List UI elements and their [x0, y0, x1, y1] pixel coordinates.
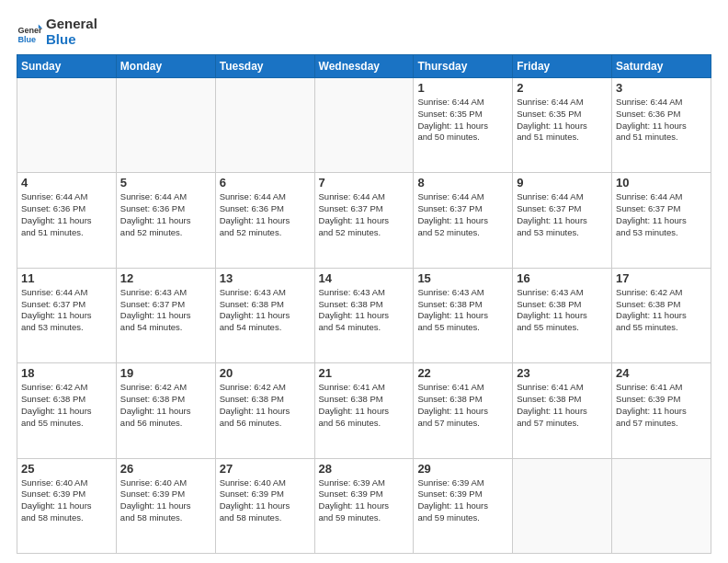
calendar-cell: 29Sunrise: 6:39 AM Sunset: 6:39 PM Dayli… [414, 458, 513, 553]
calendar-cell: 18Sunrise: 6:42 AM Sunset: 6:38 PM Dayli… [17, 363, 117, 458]
day-info: Sunrise: 6:39 AM Sunset: 6:39 PM Dayligh… [417, 477, 508, 524]
day-number: 7 [319, 176, 410, 190]
day-info: Sunrise: 6:43 AM Sunset: 6:38 PM Dayligh… [220, 287, 311, 334]
logo-icon: General Blue [17, 19, 42, 45]
calendar-cell: 28Sunrise: 6:39 AM Sunset: 6:39 PM Dayli… [314, 458, 414, 553]
day-number: 25 [21, 462, 112, 476]
day-number: 18 [21, 366, 112, 380]
calendar-cell: 10Sunrise: 6:44 AM Sunset: 6:37 PM Dayli… [612, 173, 711, 268]
calendar-cell: 25Sunrise: 6:40 AM Sunset: 6:39 PM Dayli… [17, 458, 117, 553]
calendar-cell: 13Sunrise: 6:43 AM Sunset: 6:38 PM Dayli… [215, 268, 314, 362]
weekday-header-monday: Monday [116, 55, 215, 78]
day-info: Sunrise: 6:44 AM Sunset: 6:36 PM Dayligh… [220, 191, 311, 238]
weekday-header-row: SundayMondayTuesdayWednesdayThursdayFrid… [17, 55, 711, 78]
day-info: Sunrise: 6:43 AM Sunset: 6:38 PM Dayligh… [417, 287, 508, 334]
calendar-cell: 21Sunrise: 6:41 AM Sunset: 6:38 PM Dayli… [314, 363, 414, 458]
day-info: Sunrise: 6:42 AM Sunset: 6:38 PM Dayligh… [616, 287, 707, 334]
day-number: 24 [616, 366, 707, 380]
calendar-cell: 2Sunrise: 6:44 AM Sunset: 6:35 PM Daylig… [513, 78, 612, 173]
calendar-cell: 11Sunrise: 6:44 AM Sunset: 6:37 PM Dayli… [17, 268, 117, 362]
weekday-header-thursday: Thursday [414, 55, 513, 78]
logo-blue-text: Blue [46, 32, 97, 48]
day-info: Sunrise: 6:43 AM Sunset: 6:38 PM Dayligh… [319, 287, 410, 334]
day-number: 17 [616, 271, 707, 285]
day-info: Sunrise: 6:44 AM Sunset: 6:37 PM Dayligh… [319, 191, 410, 238]
day-info: Sunrise: 6:40 AM Sunset: 6:39 PM Dayligh… [21, 477, 112, 524]
weekday-header-sunday: Sunday [17, 55, 117, 78]
day-info: Sunrise: 6:44 AM Sunset: 6:36 PM Dayligh… [616, 97, 707, 144]
calendar-cell: 12Sunrise: 6:43 AM Sunset: 6:37 PM Dayli… [116, 268, 215, 362]
day-number: 14 [319, 271, 410, 285]
day-number: 22 [417, 366, 508, 380]
calendar-cell [612, 458, 711, 553]
day-info: Sunrise: 6:41 AM Sunset: 6:38 PM Dayligh… [417, 382, 508, 429]
calendar-cell [314, 78, 414, 173]
week-row-3: 18Sunrise: 6:42 AM Sunset: 6:38 PM Dayli… [17, 363, 711, 458]
calendar-cell: 20Sunrise: 6:42 AM Sunset: 6:38 PM Dayli… [215, 363, 314, 458]
day-info: Sunrise: 6:44 AM Sunset: 6:35 PM Dayligh… [417, 97, 508, 144]
day-number: 12 [120, 271, 211, 285]
calendar-cell: 5Sunrise: 6:44 AM Sunset: 6:36 PM Daylig… [116, 173, 215, 268]
day-number: 5 [120, 176, 211, 190]
day-number: 10 [616, 176, 707, 190]
day-info: Sunrise: 6:41 AM Sunset: 6:39 PM Dayligh… [616, 382, 707, 429]
calendar-cell: 17Sunrise: 6:42 AM Sunset: 6:38 PM Dayli… [612, 268, 711, 362]
day-number: 29 [417, 462, 508, 476]
weekday-header-wednesday: Wednesday [314, 55, 414, 78]
page: General Blue General Blue SundayMondayTu… [0, 0, 728, 563]
day-number: 9 [517, 176, 608, 190]
day-number: 20 [220, 366, 311, 380]
day-info: Sunrise: 6:39 AM Sunset: 6:39 PM Dayligh… [319, 477, 410, 524]
day-info: Sunrise: 6:43 AM Sunset: 6:38 PM Dayligh… [517, 287, 608, 334]
calendar-cell [215, 78, 314, 173]
day-info: Sunrise: 6:44 AM Sunset: 6:36 PM Dayligh… [21, 191, 112, 238]
day-info: Sunrise: 6:42 AM Sunset: 6:38 PM Dayligh… [220, 382, 311, 429]
calendar-cell: 14Sunrise: 6:43 AM Sunset: 6:38 PM Dayli… [314, 268, 414, 362]
day-number: 2 [517, 81, 608, 95]
calendar-cell [513, 458, 612, 553]
day-info: Sunrise: 6:44 AM Sunset: 6:37 PM Dayligh… [21, 287, 112, 334]
day-number: 1 [417, 81, 508, 95]
calendar-cell: 4Sunrise: 6:44 AM Sunset: 6:36 PM Daylig… [17, 173, 117, 268]
calendar-cell: 23Sunrise: 6:41 AM Sunset: 6:38 PM Dayli… [513, 363, 612, 458]
logo-general-text: General [46, 17, 97, 32]
calendar-cell: 24Sunrise: 6:41 AM Sunset: 6:39 PM Dayli… [612, 363, 711, 458]
calendar-cell: 16Sunrise: 6:43 AM Sunset: 6:38 PM Dayli… [513, 268, 612, 362]
day-number: 19 [120, 366, 211, 380]
week-row-1: 4Sunrise: 6:44 AM Sunset: 6:36 PM Daylig… [17, 173, 711, 268]
svg-text:Blue: Blue [17, 34, 36, 43]
day-number: 21 [319, 366, 410, 380]
day-info: Sunrise: 6:42 AM Sunset: 6:38 PM Dayligh… [120, 382, 211, 429]
day-number: 27 [220, 462, 311, 476]
day-number: 3 [616, 81, 707, 95]
day-number: 6 [220, 176, 311, 190]
calendar-cell: 22Sunrise: 6:41 AM Sunset: 6:38 PM Dayli… [414, 363, 513, 458]
day-number: 4 [21, 176, 112, 190]
day-number: 28 [319, 462, 410, 476]
calendar-table: SundayMondayTuesdayWednesdayThursdayFrid… [17, 54, 711, 554]
calendar-cell [17, 78, 117, 173]
day-info: Sunrise: 6:44 AM Sunset: 6:37 PM Dayligh… [417, 191, 508, 238]
calendar-cell: 27Sunrise: 6:40 AM Sunset: 6:39 PM Dayli… [215, 458, 314, 553]
day-info: Sunrise: 6:40 AM Sunset: 6:39 PM Dayligh… [120, 477, 211, 524]
calendar-cell: 15Sunrise: 6:43 AM Sunset: 6:38 PM Dayli… [414, 268, 513, 362]
week-row-2: 11Sunrise: 6:44 AM Sunset: 6:37 PM Dayli… [17, 268, 711, 362]
week-row-0: 1Sunrise: 6:44 AM Sunset: 6:35 PM Daylig… [17, 78, 711, 173]
day-info: Sunrise: 6:44 AM Sunset: 6:37 PM Dayligh… [517, 191, 608, 238]
weekday-header-tuesday: Tuesday [215, 55, 314, 78]
calendar-cell: 6Sunrise: 6:44 AM Sunset: 6:36 PM Daylig… [215, 173, 314, 268]
week-row-4: 25Sunrise: 6:40 AM Sunset: 6:39 PM Dayli… [17, 458, 711, 553]
calendar-cell: 1Sunrise: 6:44 AM Sunset: 6:35 PM Daylig… [414, 78, 513, 173]
day-info: Sunrise: 6:41 AM Sunset: 6:38 PM Dayligh… [517, 382, 608, 429]
day-number: 13 [220, 271, 311, 285]
weekday-header-friday: Friday [513, 55, 612, 78]
day-number: 11 [21, 271, 112, 285]
day-number: 8 [417, 176, 508, 190]
calendar-cell: 19Sunrise: 6:42 AM Sunset: 6:38 PM Dayli… [116, 363, 215, 458]
day-info: Sunrise: 6:44 AM Sunset: 6:36 PM Dayligh… [120, 191, 211, 238]
weekday-header-saturday: Saturday [612, 55, 711, 78]
day-info: Sunrise: 6:40 AM Sunset: 6:39 PM Dayligh… [220, 477, 311, 524]
day-info: Sunrise: 6:43 AM Sunset: 6:37 PM Dayligh… [120, 287, 211, 334]
header: General Blue General Blue [17, 17, 711, 47]
logo: General Blue General Blue [17, 17, 97, 47]
